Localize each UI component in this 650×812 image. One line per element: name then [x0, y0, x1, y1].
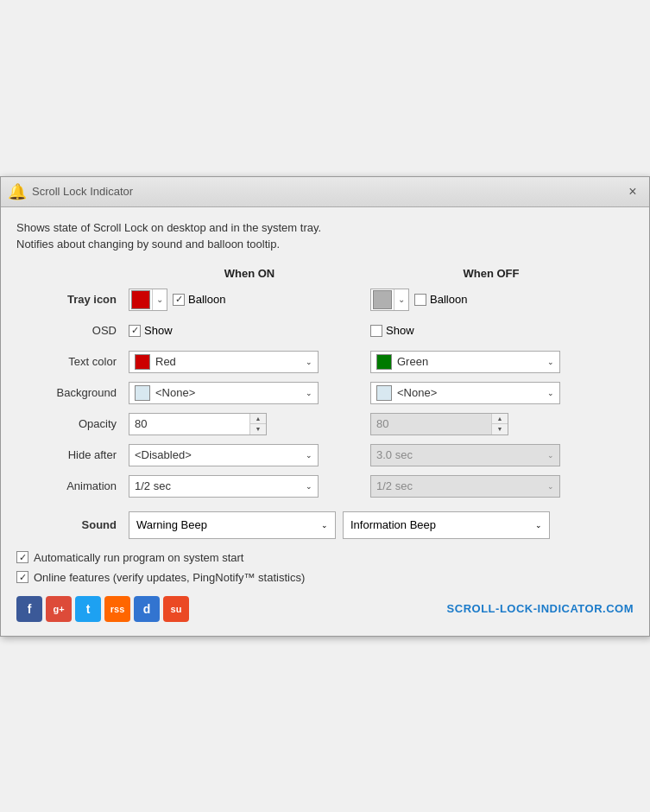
opacity-off-down[interactable]: ▼ — [492, 424, 508, 435]
background-off-dropdown[interactable]: <None> ⌄ — [370, 382, 560, 404]
sound-controls: Warning Beep ⌄ Information Beep ⌄ — [129, 511, 550, 539]
tray-off-balloon-cb[interactable]: Balloon — [414, 293, 467, 306]
description: Shows state of Scroll Lock on desktop an… — [16, 219, 634, 253]
delicious-icon[interactable]: d — [134, 596, 160, 622]
facebook-icon[interactable]: f — [16, 596, 42, 622]
close-button[interactable]: × — [623, 182, 642, 201]
content-area: Shows state of Scroll Lock on desktop an… — [1, 207, 649, 636]
tray-icon-row: Tray icon ⌄ Balloon ⌄ — [16, 287, 634, 313]
social-icons: f g+ t rss d su — [16, 596, 189, 622]
tray-off-balloon-checkbox[interactable] — [414, 294, 426, 306]
osd-off-show-checkbox[interactable] — [370, 325, 382, 337]
tray-on-arrow: ⌄ — [152, 289, 167, 310]
hide-after-off-col: 3.0 sec ⌄ — [370, 444, 612, 466]
hide-after-off-dropdown[interactable]: 3.0 sec ⌄ — [370, 444, 560, 466]
text-color-label: Text color — [16, 355, 129, 368]
autorun-cb[interactable]: Automatically run program on system star… — [16, 551, 634, 564]
footer: f g+ t rss d su SCROLL-LOCK-INDICATOR.CO… — [16, 596, 634, 625]
opacity-off-value: 80 — [371, 417, 491, 430]
twitter-icon[interactable]: t — [75, 596, 101, 622]
opacity-on-up[interactable]: ▲ — [250, 414, 266, 424]
website-link[interactable]: SCROLL-LOCK-INDICATOR.COM — [447, 602, 634, 615]
google-plus-icon[interactable]: g+ — [46, 596, 72, 622]
tray-off-col: ⌄ Balloon — [370, 289, 612, 311]
osd-on-show-label: Show — [144, 324, 173, 337]
tray-on-balloon-checkbox[interactable] — [173, 294, 185, 306]
background-row: Background <None> ⌄ <None> — [16, 380, 634, 406]
sound-off-value: Information Beep — [350, 518, 436, 531]
background-on-dropdown[interactable]: <None> ⌄ — [129, 382, 319, 404]
osd-on-show-checkbox[interactable] — [129, 325, 141, 337]
opacity-on-buttons: ▲ ▼ — [249, 414, 266, 435]
hide-after-label: Hide after — [16, 448, 129, 461]
text-color-on-col: Red ⌄ — [129, 351, 370, 373]
animation-label: Animation — [16, 479, 129, 492]
text-color-on-dropdown[interactable]: Red ⌄ — [129, 351, 319, 373]
background-off-value: <None> — [397, 386, 437, 399]
rss-icon[interactable]: rss — [104, 596, 130, 622]
online-checkbox[interactable] — [16, 571, 28, 583]
app-icon: 🔔 — [8, 182, 27, 201]
stumbleupon-icon[interactable]: su — [163, 596, 189, 622]
animation-off-dropdown[interactable]: 1/2 sec ⌄ — [370, 475, 560, 498]
text-color-off-arrow: ⌄ — [547, 358, 554, 366]
osd-on-col: Show — [129, 324, 370, 337]
hide-after-on-col: <Disabled> ⌄ — [129, 444, 370, 466]
autorun-label: Automatically run program on system star… — [34, 551, 243, 564]
opacity-on-col: 80 ▲ ▼ — [129, 413, 370, 435]
when-on-header: When ON — [129, 267, 370, 280]
osd-on-show-cb[interactable]: Show — [129, 324, 173, 337]
main-window: 🔔 Scroll Lock Indicator × Shows state of… — [0, 176, 650, 637]
osd-off-show-label: Show — [386, 324, 414, 337]
autorun-checkbox[interactable] — [16, 551, 28, 563]
opacity-on-down[interactable]: ▼ — [250, 424, 266, 435]
osd-off-show-cb[interactable]: Show — [370, 324, 414, 337]
hide-after-off-arrow: ⌄ — [547, 451, 554, 460]
tray-icon-label: Tray icon — [16, 293, 129, 306]
sound-on-dropdown[interactable]: Warning Beep ⌄ — [129, 511, 336, 539]
background-off-col: <None> ⌄ — [370, 382, 612, 404]
sound-row: Sound Warning Beep ⌄ Information Beep ⌄ — [16, 510, 634, 541]
background-on-arrow: ⌄ — [306, 389, 312, 397]
background-on-col: <None> ⌄ — [129, 382, 370, 404]
hide-after-on-value: <Disabled> — [135, 448, 192, 461]
opacity-row: Opacity 80 ▲ ▼ 80 ▲ ▼ — [16, 411, 634, 437]
settings-grid: Tray icon ⌄ Balloon ⌄ — [16, 287, 634, 541]
description-line2: Notifies about changing by sound and bal… — [16, 236, 634, 253]
text-color-on-value: Red — [155, 355, 176, 368]
tray-on-col: ⌄ Balloon — [129, 289, 370, 311]
background-on-swatch — [135, 385, 150, 401]
hide-after-row: Hide after <Disabled> ⌄ 3.0 sec ⌄ — [16, 442, 634, 468]
tray-off-balloon-label: Balloon — [430, 293, 467, 306]
text-color-off-swatch — [376, 354, 392, 370]
osd-row: OSD Show Show — [16, 318, 634, 344]
sound-label: Sound — [16, 518, 129, 531]
opacity-on-value: 80 — [129, 417, 249, 430]
sound-off-dropdown[interactable]: Information Beep ⌄ — [343, 511, 550, 539]
bottom-checkboxes: Automatically run program on system star… — [16, 551, 634, 584]
animation-off-arrow: ⌄ — [547, 482, 554, 491]
hide-after-on-dropdown[interactable]: <Disabled> ⌄ — [129, 444, 319, 466]
title-bar: 🔔 Scroll Lock Indicator × — [1, 177, 649, 207]
opacity-off-spinner[interactable]: 80 ▲ ▼ — [370, 413, 508, 435]
sound-on-arrow: ⌄ — [321, 521, 328, 530]
tray-on-balloon-cb[interactable]: Balloon — [173, 293, 225, 306]
when-off-header: When OFF — [370, 267, 612, 280]
animation-on-dropdown[interactable]: 1/2 sec ⌄ — [129, 475, 319, 498]
animation-row: Animation 1/2 sec ⌄ 1/2 sec ⌄ — [16, 473, 634, 499]
online-label: Online features (verify updates, PingNot… — [34, 571, 305, 584]
opacity-label: Opacity — [16, 417, 129, 430]
online-cb[interactable]: Online features (verify updates, PingNot… — [16, 571, 634, 584]
opacity-off-up[interactable]: ▲ — [492, 414, 508, 424]
text-color-row: Text color Red ⌄ Green — [16, 349, 634, 375]
animation-on-col: 1/2 sec ⌄ — [129, 475, 370, 498]
tray-on-color-dropdown[interactable]: ⌄ — [129, 289, 167, 311]
animation-off-col: 1/2 sec ⌄ — [370, 475, 612, 498]
osd-off-col: Show — [370, 324, 612, 337]
text-color-off-value: Green — [397, 355, 428, 368]
opacity-on-spinner[interactable]: 80 ▲ ▼ — [129, 413, 267, 435]
title-bar-left: 🔔 Scroll Lock Indicator — [8, 182, 133, 201]
text-color-off-dropdown[interactable]: Green ⌄ — [370, 351, 560, 373]
tray-off-color-dropdown[interactable]: ⌄ — [370, 289, 409, 311]
background-label: Background — [16, 386, 129, 399]
